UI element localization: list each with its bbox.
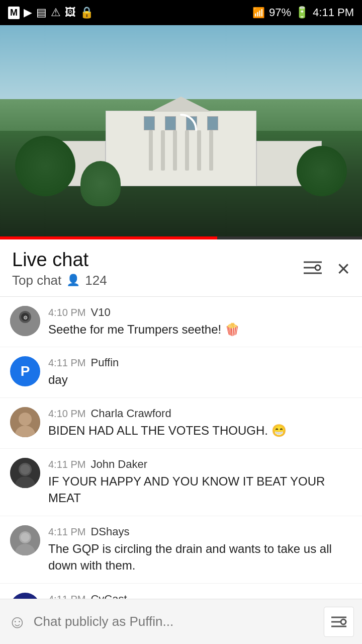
table-row: 4:10 PM Charla Crawford BIDEN HAD ALL TH… [0,398,362,449]
top-chat-row: Top chat 👤 124 [12,273,107,288]
battery-percent: 97% [269,6,291,19]
table-row: 4:11 PM DShays The GQP is circling the d… [0,516,362,584]
table-row: 4:11 PM John Daker IF YOUR HAPPY AND YOU… [0,449,362,516]
avatar: ⚙ [10,306,40,336]
chat-input-bar: ☺ [0,599,362,644]
message-content: 4:11 PM DShays The GQP is circling the d… [48,525,352,574]
svg-point-4 [315,265,320,270]
avatar [10,407,40,437]
wifi-icon: 📶 [252,7,265,19]
video-player[interactable] [0,25,362,236]
status-bar: M ▶ ▤ ⚠ 🖼 🔒 📶 97% 🔋 4:11 PM [0,0,362,25]
chat-input[interactable] [34,614,317,629]
app-icon-youtube: ▶ [24,6,32,19]
viewer-icon: 👤 [66,274,80,287]
video-progress-fill [0,236,217,239]
status-icons-left: M ▶ ▤ ⚠ 🖼 🔒 [8,6,94,19]
emoji-button[interactable]: ☺ [8,611,27,632]
battery-icon: 🔋 [295,6,309,19]
filter-button[interactable] [303,259,323,278]
table-row: ⚙ 4:10 PM V10 Seethe for me Trumpers see… [0,297,362,348]
clock: 4:11 PM [313,6,354,19]
viewer-count: 124 [85,273,107,288]
app-icon-warning: ⚠ [51,6,61,19]
message-text: IF YOUR HAPPY AND YOU KNOW IT BEAT YOUR … [48,473,352,507]
app-icon-lock: 🔒 [80,6,94,19]
svg-text:⚙: ⚙ [23,315,28,320]
message-name: DShays [90,525,129,538]
send-button[interactable] [324,607,354,637]
message-time: 4:11 PM [48,357,85,369]
live-chat-title: Live chat [12,250,107,271]
message-meta: 4:11 PM John Daker [48,458,352,471]
status-icons-right: 📶 97% 🔋 4:11 PM [252,6,354,19]
avatar [10,458,40,488]
svg-point-24 [341,619,346,624]
message-name: John Daker [90,458,147,471]
table-row: P 4:11 PM Puffin day [0,347,362,398]
message-content: 4:10 PM Charla Crawford BIDEN HAD ALL TH… [48,407,352,439]
message-meta: 4:10 PM V10 [48,306,352,319]
chat-header-title-area: Live chat Top chat 👤 124 [12,250,107,288]
video-progress-bar[interactable] [0,236,362,239]
chat-header-actions: × [303,258,350,280]
message-content: 4:10 PM V10 Seethe for me Trumpers seeth… [48,306,352,338]
message-content: 4:11 PM Puffin day [48,356,352,388]
avatar [10,525,40,555]
message-text: day [48,371,352,388]
app-icon-files: ▤ [36,6,47,19]
message-time: 4:10 PM [48,307,85,318]
message-text: Seethe for me Trumpers seethe! 🍿 [48,321,352,338]
message-text: BIDEN HAD ALL THE VOTES THOUGH. 😁 [48,422,352,439]
message-time: 4:11 PM [48,459,85,470]
app-icon-image: 🖼 [65,6,76,19]
message-name: Puffin [90,356,119,369]
avatar: P [10,356,40,386]
close-button[interactable]: × [337,258,350,280]
message-meta: 4:11 PM Puffin [48,356,352,369]
message-name: Charla Crawford [90,407,171,420]
message-meta: 4:10 PM Charla Crawford [48,407,352,420]
message-text: The GQP is circling the drain and wants … [48,540,352,574]
message-meta: 4:11 PM DShays [48,525,352,538]
top-chat-label[interactable]: Top chat [12,273,61,288]
message-content: 4:11 PM John Daker IF YOUR HAPPY AND YOU… [48,458,352,507]
app-icon-m: M [8,7,20,19]
chat-messages-list: ⚙ 4:10 PM V10 Seethe for me Trumpers see… [0,297,362,644]
chat-header: Live chat Top chat 👤 124 × [0,239,362,297]
svg-point-19 [21,533,30,542]
svg-point-15 [20,464,30,474]
message-name: V10 [90,306,110,319]
message-time: 4:10 PM [48,408,85,420]
message-time: 4:11 PM [48,526,85,538]
svg-point-10 [19,413,32,426]
